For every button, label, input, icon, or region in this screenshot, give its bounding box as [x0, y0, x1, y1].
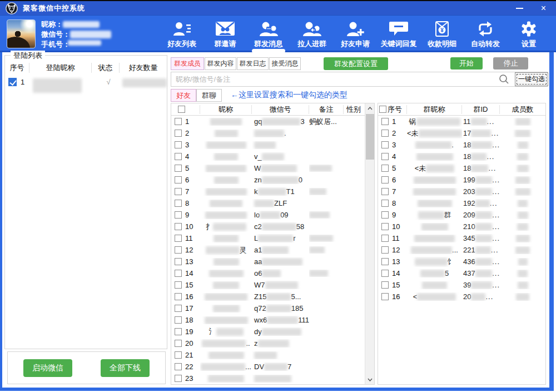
- window-title: 聚客微信中控系统: [23, 3, 85, 13]
- login-col-nick: 登陆昵称: [29, 63, 92, 73]
- friend-select-all-checkbox[interactable]: [178, 106, 185, 113]
- titlebar: 聚客微信中控系统 ×: [0, 0, 556, 16]
- app-logo-icon: [6, 2, 18, 14]
- row-checkbox[interactable]: [175, 375, 182, 382]
- row-checkbox[interactable]: [175, 188, 182, 195]
- group-select-all-checkbox[interactable]: [379, 106, 386, 113]
- tab-group-send-content[interactable]: 群发内容: [205, 57, 236, 70]
- tab-group-send-log[interactable]: 群发日志: [237, 57, 269, 70]
- friend-row: 15W7: [171, 279, 374, 291]
- friend-table-header: 昵称 微信号 备注 性别: [171, 103, 374, 116]
- scroll-down-icon[interactable]: [365, 375, 375, 384]
- group-send-config-button[interactable]: 群发配置设置: [324, 57, 388, 70]
- subtab-friends[interactable]: 好友: [171, 89, 196, 102]
- row-checkbox[interactable]: [381, 141, 389, 148]
- row-checkbox[interactable]: [175, 293, 182, 300]
- row-checkbox[interactable]: [381, 223, 389, 230]
- nav-auto-forward[interactable]: 自动转发: [464, 18, 507, 49]
- row-checkbox[interactable]: [175, 141, 182, 148]
- row-checkbox[interactable]: [381, 165, 389, 172]
- group-row: 3.18...: [378, 139, 545, 151]
- row-checkbox[interactable]: [175, 176, 182, 183]
- nav-friend-list[interactable]: 好友列表: [160, 18, 203, 49]
- avatar: [7, 19, 36, 48]
- row-checkbox[interactable]: [175, 153, 182, 160]
- login-panel: 登陆列表 序号 登陆昵称 状态 好友数量 1 √ 启动微信 全部下线: [2, 52, 170, 388]
- tab-group-send-members[interactable]: 群发成员: [171, 57, 204, 70]
- row-checkbox[interactable]: [175, 351, 182, 359]
- nav-keyword-reply[interactable]: 关键词回复: [377, 18, 420, 49]
- close-button[interactable]: ×: [541, 4, 546, 13]
- friend-request-icon: [345, 19, 365, 38]
- start-button[interactable]: 开始: [450, 57, 483, 70]
- search-icon: [497, 74, 512, 85]
- row-checkbox[interactable]: [175, 270, 182, 277]
- row-checkbox[interactable]: [175, 235, 182, 242]
- nav-friend-request[interactable]: 好友申请: [334, 18, 377, 49]
- friend-col-wechat-id: 微信号: [252, 105, 309, 114]
- group-row: 8192...: [378, 197, 545, 209]
- group-table: 序号 群昵称 群ID 成员数 1锅11...2<未17...3.18...418…: [378, 103, 546, 385]
- login-row-checkbox[interactable]: [8, 78, 17, 86]
- friend-row: 19氵dy: [171, 326, 374, 338]
- offline-all-button[interactable]: 全部下线: [101, 359, 150, 377]
- login-table-header: 序号 登陆昵称 状态 好友数量: [5, 60, 167, 76]
- group-row: 1锅11...: [378, 116, 545, 127]
- toolbar-nav: 好友列表群邀请群发消息拉人进群好友申请关键词回复¥收款明细自动转发设置: [160, 18, 550, 49]
- friend-row: 20..z: [171, 338, 374, 349]
- friend-row: 7kT1: [171, 186, 374, 197]
- nav-group-invite[interactable]: 群邀请: [203, 18, 247, 49]
- row-checkbox[interactable]: [381, 246, 389, 254]
- group-row: 6199...: [378, 174, 545, 186]
- one-click-select-button[interactable]: 一键勾选: [515, 72, 548, 86]
- row-checkbox[interactable]: [175, 363, 182, 370]
- search-input[interactable]: [171, 75, 497, 83]
- row-checkbox[interactable]: [175, 340, 182, 347]
- tab-receive-message[interactable]: 接受消息: [269, 57, 301, 70]
- group-row: 12...221...: [378, 244, 545, 256]
- row-checkbox[interactable]: [381, 281, 389, 289]
- login-row-num: 1: [21, 78, 33, 86]
- row-checkbox[interactable]: [175, 223, 182, 230]
- row-checkbox[interactable]: [381, 153, 389, 160]
- nav-pull-into-group[interactable]: 拉人进群: [290, 18, 334, 49]
- row-checkbox[interactable]: [381, 270, 389, 277]
- row-checkbox[interactable]: [381, 130, 389, 137]
- start-wechat-button[interactable]: 启动微信: [23, 359, 72, 377]
- scrollbar-thumb[interactable]: [366, 114, 374, 160]
- nav-payment-detail[interactable]: ¥收款明细: [420, 18, 464, 49]
- row-checkbox[interactable]: [175, 165, 182, 172]
- row-checkbox[interactable]: [381, 293, 389, 300]
- row-checkbox[interactable]: [175, 305, 182, 312]
- nav-settings[interactable]: 设置: [507, 18, 550, 49]
- row-checkbox[interactable]: [175, 316, 182, 324]
- scroll-up-icon[interactable]: [365, 103, 375, 113]
- friend-row: 17q72185: [171, 302, 374, 314]
- group-row: 10210...: [378, 221, 545, 232]
- row-checkbox[interactable]: [175, 328, 182, 335]
- group-row: 16<20...: [378, 291, 545, 302]
- row-checkbox[interactable]: [175, 118, 182, 125]
- friend-table-scrollbar[interactable]: [365, 103, 374, 384]
- row-checkbox[interactable]: [175, 211, 182, 219]
- row-checkbox[interactable]: [175, 281, 182, 289]
- subtab-groups[interactable]: 群聊: [196, 89, 222, 102]
- pull-into-group-icon: [302, 19, 322, 38]
- nav-group-message[interactable]: 群发消息: [247, 18, 290, 49]
- row-checkbox[interactable]: [381, 211, 389, 219]
- row-checkbox[interactable]: [381, 188, 389, 195]
- row-checkbox[interactable]: [175, 258, 182, 265]
- row-checkbox[interactable]: [381, 118, 389, 125]
- minimize-button[interactable]: [516, 8, 523, 9]
- group-col-members: 成员数: [500, 105, 545, 114]
- row-checkbox[interactable]: [381, 200, 389, 207]
- row-checkbox[interactable]: [381, 235, 389, 242]
- svg-text:¥: ¥: [440, 27, 444, 33]
- row-checkbox[interactable]: [381, 258, 389, 265]
- row-checkbox[interactable]: [175, 130, 182, 137]
- row-checkbox[interactable]: [381, 176, 389, 183]
- group-row: 9群209...: [378, 209, 545, 221]
- stop-button[interactable]: 停止: [493, 57, 528, 70]
- row-checkbox[interactable]: [175, 246, 182, 254]
- row-checkbox[interactable]: [175, 200, 182, 207]
